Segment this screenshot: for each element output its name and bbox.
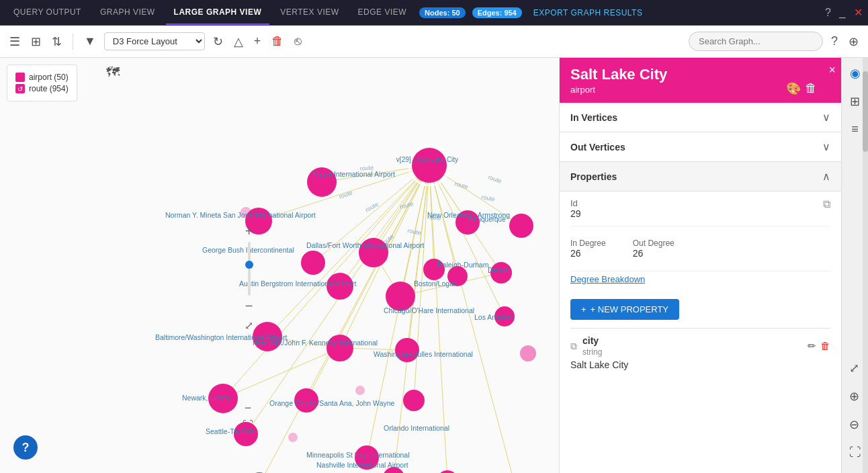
graph-icon[interactable]: △ <box>231 32 246 52</box>
node-sf[interactable] <box>520 345 536 361</box>
legend-item-route: ↺ route (954) <box>15 84 69 93</box>
svg-text:Newark, Liberty: Newark, Liberty <box>182 394 232 402</box>
svg-text:New York/John F. Kennedy Inter: New York/John F. Kennedy International <box>253 339 378 347</box>
out-vertices-header[interactable]: Out Vertices ∨ <box>560 132 841 161</box>
degree-group: In Degree 26 Out Degree 26 <box>570 233 675 264</box>
degree-breakdown-link[interactable]: Degree Breakdown <box>570 271 830 291</box>
svg-text:route: route <box>364 201 380 214</box>
graph-canvas[interactable]: airport (50) ↺ route (954) 🗺 <box>0 58 559 473</box>
zoom-out-2-icon[interactable]: − <box>245 401 252 415</box>
tab-graph-view[interactable]: GRAPH VIEW <box>92 0 163 25</box>
city-prop-value: Salt Lake City <box>570 359 830 370</box>
legend-label-route: route (954) <box>29 84 69 93</box>
filter-sort-icon[interactable]: ⇅ <box>49 32 64 52</box>
fullscreen-sidebar-icon[interactable]: ⤢ <box>847 358 864 378</box>
toolbar-help-icon[interactable]: ? <box>828 32 840 51</box>
fit-sidebar-icon[interactable]: ⛶ <box>847 443 864 462</box>
out-degree-block: Out Degree 26 <box>633 239 675 259</box>
id-copy-icon[interactable]: ⧉ <box>823 198 830 210</box>
in-degree-label: In Degree <box>570 239 606 248</box>
svg-text:Nashville International Airpor: Nashville International Airport <box>316 461 408 469</box>
city-copy-icon[interactable]: ⧉ <box>570 341 577 352</box>
menu-icon[interactable]: ☰ <box>7 32 23 52</box>
panel-title-area: Salt Lake City airport <box>570 66 667 95</box>
in-vertices-header[interactable]: In Vertices ∨ <box>560 103 841 132</box>
graph-labels: Miami International Airport v[29] - Salt… <box>155 156 533 473</box>
svg-text:Denver: Denver <box>488 266 511 274</box>
close-icon[interactable]: ✕ <box>854 6 863 19</box>
svg-text:route: route <box>481 194 496 202</box>
tab-query-output[interactable]: QUERY OUTPUT <box>5 0 89 25</box>
right-panel: Salt Lake City airport × 🎨 🗑 In Vertices… <box>559 58 841 473</box>
svg-text:Austin Bergstrom International: Austin Bergstrom International Airport <box>239 280 357 288</box>
city-prop-type: string <box>582 347 602 357</box>
tab-edge-view[interactable]: EDGE VIEW <box>350 0 415 25</box>
cursor-icon[interactable]: ⊕ <box>846 32 861 52</box>
zoom-in-sidebar-icon[interactable]: ⊕ <box>847 386 864 406</box>
zoom-out-sidebar-icon[interactable]: ⊖ <box>847 415 864 435</box>
node-salt-lake-city[interactable] <box>412 148 447 183</box>
delete-icon[interactable]: 🗑 <box>269 32 286 51</box>
out-vertices-section: Out Vertices ∨ <box>560 132 841 162</box>
main-area: airport (50) ↺ route (954) 🗺 <box>0 58 868 473</box>
search-input[interactable] <box>689 32 823 51</box>
legend-item-airport: airport (50) <box>15 73 69 82</box>
layout-select[interactable]: D3 Force Layout Hierarchical Layout Circ… <box>104 32 205 50</box>
panel-delete-icon[interactable]: 🗑 <box>805 81 817 96</box>
svg-text:Minneapolis St Paul Internatio: Minneapolis St Paul International <box>306 451 410 459</box>
degree-row: In Degree 26 Out Degree 26 <box>570 226 830 271</box>
properties-header[interactable]: Properties ∧ <box>560 162 841 191</box>
help-icon[interactable]: ? <box>825 7 831 19</box>
search-wrap <box>689 32 823 51</box>
minimize-icon[interactable]: ⎯ <box>839 7 846 19</box>
node-small-3[interactable] <box>288 433 298 442</box>
toolbar: ☰ ⊞ ⇅ ▼ D3 Force Layout Hierarchical Lay… <box>0 26 868 58</box>
new-property-label: + NEW PROPERTY <box>591 304 668 314</box>
node-houston[interactable] <box>301 251 325 275</box>
node-orlando[interactable] <box>403 390 425 411</box>
graph-view-sidebar-icon[interactable]: ◉ <box>847 63 863 83</box>
tab-bar: QUERY OUTPUT GRAPH VIEW LARGE GRAPH VIEW… <box>0 0 868 26</box>
svg-text:Raleigh-Durham: Raleigh-Durham <box>437 261 489 269</box>
node-phoenix[interactable] <box>437 470 458 473</box>
map-toggle-icon[interactable]: 🗺 <box>106 64 120 80</box>
zoom-in-icon[interactable]: + <box>245 224 253 239</box>
panel-title: Salt Lake City <box>570 66 667 83</box>
svg-text:Dallas/Fort Worth Internationa: Dallas/Fort Worth International Airport <box>306 241 425 249</box>
refresh-icon[interactable]: ↻ <box>210 32 226 52</box>
city-prop-actions: ✏ 🗑 <box>808 340 830 352</box>
new-property-button[interactable]: + + NEW PROPERTY <box>570 299 679 320</box>
help-button[interactable]: ? <box>13 435 38 460</box>
legend-dot-airport <box>15 73 25 82</box>
grid-icon[interactable]: ⊞ <box>28 32 44 52</box>
plus-icon: + <box>581 304 587 314</box>
out-vertices-label: Out Vertices <box>570 142 625 153</box>
settings-sidebar-icon[interactable]: ≡ <box>849 120 861 139</box>
city-delete-icon[interactable]: 🗑 <box>820 340 830 352</box>
city-edit-icon[interactable]: ✏ <box>808 340 816 352</box>
panel-close-button[interactable]: × <box>828 63 836 77</box>
filter-icon[interactable]: ▼ <box>81 32 99 51</box>
svg-text:Orange County/Santa Ana, John : Orange County/Santa Ana, John Wayne <box>269 399 395 407</box>
table-sidebar-icon[interactable]: ⊞ <box>847 91 863 112</box>
add-icon[interactable]: + <box>251 32 264 51</box>
node-pittsburgh[interactable] <box>509 214 533 238</box>
svg-text:Chicago/O'Hare International: Chicago/O'Hare International <box>384 306 474 314</box>
tab-vertex-view[interactable]: VERTEX VIEW <box>272 0 347 25</box>
export-icon[interactable]: ⎋ <box>292 32 304 51</box>
export-button[interactable]: EXPORT GRAPH RESULTS <box>527 5 650 20</box>
tab-large-graph-view[interactable]: LARGE GRAPH VIEW <box>166 0 270 25</box>
svg-text:route: route <box>487 173 503 184</box>
fullscreen-icon[interactable]: ⛶ <box>243 419 253 431</box>
panel-palette-icon[interactable]: 🎨 <box>786 81 801 96</box>
id-row: Id 29 ⧉ <box>570 191 830 226</box>
node-small-2[interactable] <box>355 386 365 395</box>
legend-label-airport: airport (50) <box>29 73 69 82</box>
graph-svg[interactable]: route route route route route route rout… <box>0 58 559 473</box>
legend-dot-route: ↺ <box>15 84 25 93</box>
zoom-out-icon[interactable]: − <box>245 298 253 314</box>
fit-screen-icon[interactable]: ⤢ <box>245 319 253 332</box>
svg-text:Orlando International: Orlando International <box>384 424 449 432</box>
city-prop-header: ⧉ city string ✏ 🗑 <box>570 335 830 357</box>
id-group: Id 29 <box>570 198 581 219</box>
